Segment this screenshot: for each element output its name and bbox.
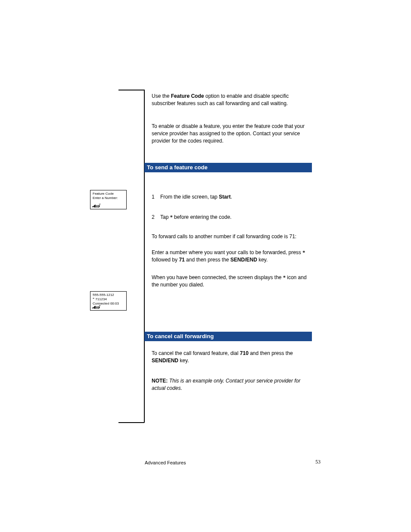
step1-text: From the idle screen, tap Start.	[160, 193, 311, 201]
step-1: 1 From the idle screen, tap Start.	[152, 193, 311, 201]
intro-p1: Use the Feature Code option to enable an…	[152, 93, 311, 107]
screen1-line2: Enter a Number:	[93, 196, 124, 200]
note-text: This is an example only. Contact your se…	[152, 378, 300, 391]
note: NOTE: This is an example only. Contact y…	[152, 377, 311, 392]
svg-rect-15	[95, 307, 96, 308]
svg-rect-6	[95, 206, 96, 207]
battery-icon	[94, 306, 100, 309]
svg-rect-16	[96, 307, 97, 308]
screen2-line1: 555-555-1212	[93, 293, 124, 297]
section2-title: To cancel call forwarding	[144, 332, 312, 341]
screen2-icons: T	[92, 305, 100, 309]
step1-num: 1	[152, 193, 160, 201]
step2-text: Tap * before entering the code.	[160, 214, 311, 221]
svg-rect-10	[93, 307, 94, 308]
svg-rect-5	[99, 206, 100, 207]
step-2: 2 Tap * before entering the code.	[152, 214, 311, 221]
screen1-line1: Feature Code	[93, 192, 124, 196]
svg-rect-17	[97, 307, 98, 308]
svg-rect-9	[92, 308, 93, 308]
forward-detail: Enter a number where you want your calls…	[152, 249, 311, 264]
note-label: NOTE:	[152, 378, 169, 384]
cancel-forward: To cancel the call forward feature, dial…	[152, 350, 311, 364]
page-number: 53	[315, 459, 321, 465]
screen1-icons: T	[92, 203, 100, 208]
page: Feature Code Enter a Number: T 555-555-1…	[0, 0, 411, 532]
battery-icon	[94, 205, 100, 208]
svg-rect-1	[93, 206, 94, 207]
forward-intro: To forward calls to another number if ca…	[152, 233, 311, 240]
rail-vertical	[144, 90, 145, 423]
svg-rect-8	[97, 206, 98, 207]
section2-body: To cancel the call forward feature, dial…	[152, 350, 311, 392]
rail-bottom	[118, 422, 144, 423]
screen-feature-code: Feature Code Enter a Number: T	[90, 190, 127, 209]
asterisk-icon: *	[302, 249, 305, 255]
intro-p1-b: Feature Code	[171, 93, 206, 99]
screen-connected: 555-555-1212 * 711234 Connected 00:03 T	[90, 291, 127, 311]
rail-top	[118, 90, 144, 90]
footer-text: Advanced Features	[145, 460, 186, 465]
svg-rect-14	[99, 307, 100, 308]
section1-title: To send a feature code	[144, 163, 312, 172]
intro-p2: To enable or disable a feature, you ente…	[152, 123, 311, 145]
step2-num: 2	[152, 214, 160, 221]
intro-p1-a: Use the	[152, 93, 171, 99]
screen2-line2: * 711234	[93, 297, 124, 302]
section1-body: 1 From the idle screen, tap Start. 2 Tap…	[152, 177, 311, 289]
svg-rect-0	[92, 206, 93, 207]
svg-rect-7	[96, 206, 97, 207]
connected-note: When you have been connected, the screen…	[152, 274, 311, 289]
